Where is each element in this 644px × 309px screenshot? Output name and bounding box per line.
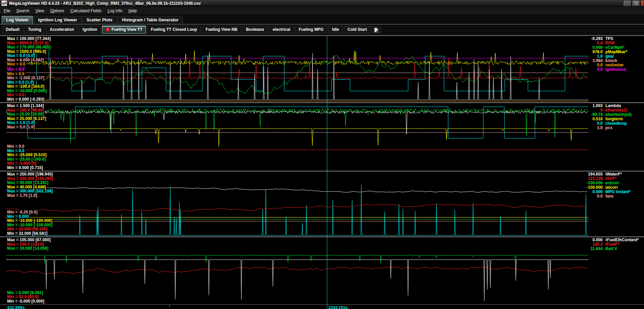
window-title: MegaLogViewer HD 4.4.23 - ARJ_B20Z_High_… [9, 1, 201, 6]
main-tab-bar: Log ViewerIgnition Log ViewerScatter Plo… [0, 15, 644, 24]
time-tick [169, 305, 170, 307]
view-tab-cold-start[interactable]: Cold Start [344, 26, 371, 34]
view-tab-fueling-view-tt[interactable]: !Fueling View TT [102, 26, 146, 34]
max-label: Max = 20.000 [14.059] [7, 246, 49, 251]
tab-histogram-table-generator[interactable]: Histogram / Table Generator [118, 16, 183, 24]
min-labels: Min = 0.000 [8.281]Min = 32.0 [60.8]Min … [7, 291, 45, 304]
plot-region-2[interactable] [6, 103, 588, 171]
trace-rpm [6, 58, 588, 79]
menu-item-view[interactable]: View [32, 7, 47, 15]
title-bar: MegaLogViewer HD 4.4.23 - ARJ_B20Z_High_… [0, 0, 644, 7]
close-button[interactable] [641, 0, 644, 6]
cursor-line[interactable] [327, 36, 327, 309]
view-tab-fueling-mpg[interactable]: Fueling MPG [295, 26, 327, 34]
min-label: Min = -0.25 [0.0] [7, 210, 39, 214]
max-label: Max = 1.75 [1.0] [7, 193, 38, 198]
view-tab-default[interactable]: Default [2, 26, 23, 34]
menu-item-log-info[interactable]: Log Info [105, 7, 125, 15]
add-view-tab-button[interactable] [372, 26, 381, 33]
max-label: Max = 100.000 [77.344] [7, 37, 51, 41]
channel-row: 11.844Batt V [578, 247, 642, 251]
tab-ignition-log-viewer[interactable]: Ignition Log Viewer [34, 16, 81, 24]
view-tab-label: Fueling MPG [299, 27, 324, 32]
min-label: Min = 32.0 [60.8] [7, 295, 39, 299]
min-labels: Min = 0.0Min = 0.0Min = -1.000 [0.137]Mi… [7, 67, 47, 101]
max-label: Max = 40.000 [13.281] [7, 181, 49, 185]
view-tab-label: Fueling TT Closed Loop [151, 27, 197, 32]
view-tab-fueling-tt-closed-loop[interactable]: Fueling TT Closed Loop [147, 26, 201, 34]
view-tab-label: Tuning [28, 27, 41, 32]
min-labels: Min = 0.0Min = 0.0Min = -25.000 [0.510]M… [7, 144, 47, 170]
min-label: Min = -5.000 [0.000] [7, 299, 45, 304]
chart-area: Max = 100.000 [77.344]Max = 8000.0 [5237… [0, 35, 644, 309]
menu-item-options[interactable]: Options [47, 7, 67, 15]
min-label: Min = -10.000 [-100.000] [7, 219, 54, 223]
menu-item-calculated-fields[interactable]: Calculated Fields [67, 7, 105, 15]
channel-row: 1.0pcs [578, 126, 642, 130]
min-label: Min = -25.000 [0.510] [7, 153, 47, 157]
tab-scatter-plots[interactable]: Scatter Plots [82, 16, 117, 24]
trace-lambda [6, 111, 588, 135]
view-tab-bar: DefaultTuningAccelerationIgnition!Fuelin… [0, 24, 644, 35]
max-labels: Max = 100.000 [77.344]Max = 8000.0 [5237… [7, 37, 51, 70]
view-tab-ignition[interactable]: Ignition [79, 26, 101, 34]
view-tab-fueling-view-nb[interactable]: Fueling View NB [202, 26, 241, 34]
max-label: Max = 105.000 [67.000] [7, 238, 51, 242]
channel-value: 1.003 [578, 104, 603, 108]
min-label: Min = 0.000 [-0.293] [7, 97, 45, 102]
min-label: Min = 32.000 [58.100] [7, 227, 48, 231]
trace-pmapmbar [6, 51, 588, 65]
view-tab-label: Default [6, 27, 20, 32]
min-label: Min = 32.000 [56.581] [7, 231, 48, 236]
view-tab-booleans[interactable]: Booleans [242, 26, 268, 34]
chart-panel-4: Max = 105.000 [67.000]Max = 250.0 [143.6… [0, 237, 644, 304]
menu-item-help[interactable]: Help [125, 7, 140, 15]
channel-value: 11.844 [578, 247, 603, 251]
trace-tps [6, 53, 588, 100]
channel-values: -0.293TPS0.0RPM0.000vCarMph*978.0pMapMba… [578, 37, 642, 72]
menu-bar: FileSearchViewOptionsCalculated FieldsLo… [0, 7, 644, 15]
max-label: Max = 0.0 [7, 62, 26, 66]
view-tab-label: Booleans [246, 27, 264, 32]
min-label: Min = 0.0 [7, 93, 25, 97]
new-view-icon [374, 27, 378, 33]
trace-rfuelethcontent [6, 260, 588, 301]
cursor-time: 2244.191s [328, 305, 348, 309]
channel-value: 0.0 [578, 194, 603, 199]
trace-tairf [6, 205, 587, 211]
min-label: Min = -5.000 [0] [7, 161, 37, 166]
app-icon [1, 0, 7, 6]
min-label: Min = -1.000 [0.137] [7, 76, 45, 80]
trace-gear [6, 45, 588, 91]
max-label: Max = 170.000 [66.455] [7, 45, 51, 49]
channel-name: fanc [605, 194, 642, 199]
max-label: Max = 5.0 [1.0] [7, 125, 36, 129]
view-tab-idle[interactable]: Idle [328, 26, 343, 34]
trace-tfuelf [6, 267, 587, 274]
view-tab-acceleration[interactable]: Acceleration [46, 26, 78, 34]
view-tab-label: Acceleration [50, 27, 74, 32]
menu-item-search[interactable]: Search [13, 7, 32, 15]
minimize-button[interactable]: _ [623, 0, 631, 6]
max-label: Max = 6.0 [5.0] [7, 54, 36, 58]
channel-values: 0.000rFuelEthContent*120.2tFuelF*11.844B… [578, 238, 642, 251]
view-tab-electrical[interactable]: electrical [269, 26, 294, 34]
channel-row: 0.0ignitioncut [578, 67, 642, 72]
trace-mpg-instant [6, 185, 588, 235]
maximize-button[interactable]: ❏ [632, 0, 640, 6]
view-tab-tuning[interactable]: Tuning [24, 26, 45, 34]
menu-item-file[interactable]: File [1, 7, 13, 15]
chart-panel-1: Max = 100.000 [77.344]Max = 8000.0 [5237… [0, 36, 644, 102]
channel-values: 1.003Lambda0ethanol(s2)-90.73shortterm(s… [578, 104, 642, 130]
max-label: Max = 1.5 [1.0] [7, 121, 36, 125]
plot-region-1[interactable] [6, 36, 588, 102]
max-label: Max = 25.00 [20.00] [7, 112, 45, 117]
max-label: Max = 300.000 [502.108] [7, 189, 54, 193]
view-tab-label: Cold Start [348, 27, 367, 32]
min-label: Min = 0.500 [0.715] [7, 166, 44, 170]
plot-region-4[interactable] [6, 237, 588, 304]
min-label: Min = 0.0 [7, 67, 25, 72]
plot-region-3[interactable] [6, 171, 588, 236]
tab-log-viewer[interactable]: Log Viewer [2, 16, 33, 24]
channel-row: 0.0fanc [578, 194, 642, 199]
